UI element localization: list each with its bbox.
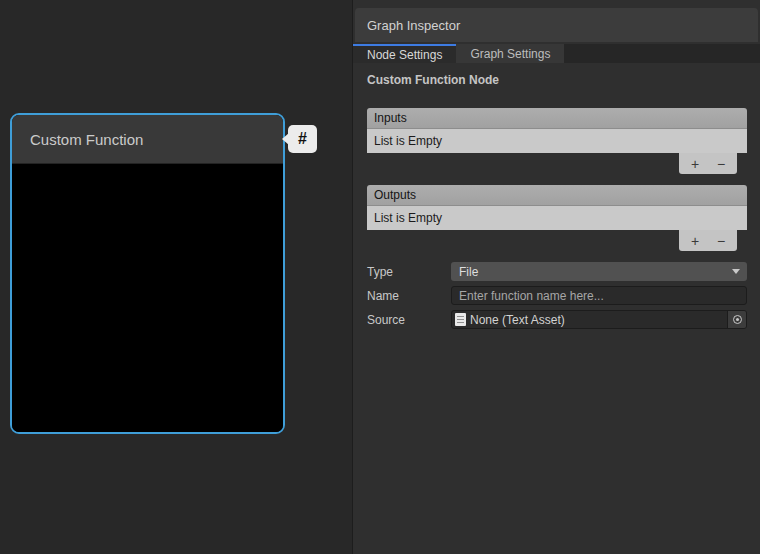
source-object-value: None (Text Asset) [470, 313, 727, 327]
outputs-remove-button[interactable]: − [711, 234, 731, 248]
badge-tail-icon [282, 133, 289, 145]
inputs-list-footer: + − [367, 153, 747, 176]
hash-icon: # [298, 130, 307, 148]
outputs-list-buttons: + − [679, 230, 737, 251]
tab-graph-settings-label: Graph Settings [470, 47, 550, 61]
node-title: Custom Function [30, 131, 143, 148]
type-row: Type File [367, 262, 747, 281]
inputs-list-buttons: + − [679, 153, 737, 174]
object-picker-icon [733, 315, 742, 324]
outputs-list-header[interactable]: Outputs [367, 185, 747, 206]
outputs-list-empty-row: List is Empty [367, 206, 747, 230]
node-title-bar[interactable]: Custom Function [12, 115, 283, 164]
node-preview-body [12, 165, 283, 432]
outputs-list: Outputs List is Empty + − [367, 185, 747, 253]
object-picker-button[interactable] [727, 311, 746, 328]
outputs-list-footer: + − [367, 230, 747, 253]
custom-function-node[interactable]: Custom Function [10, 113, 285, 434]
function-name-input[interactable] [451, 286, 747, 305]
inputs-list-title: Inputs [374, 111, 407, 125]
node-settings-form: Type File Name Source None (Text Asset) [367, 262, 747, 329]
inspector-tabstrip: Node Settings Graph Settings [353, 44, 760, 63]
source-object-field[interactable]: None (Text Asset) [451, 310, 747, 329]
tab-node-settings-label: Node Settings [367, 48, 442, 62]
inputs-list: Inputs List is Empty + − [367, 108, 747, 176]
type-label: Type [367, 265, 451, 279]
inspector-title: Graph Inspector [367, 18, 460, 33]
outputs-empty-label: List is Empty [374, 211, 442, 225]
tab-node-settings[interactable]: Node Settings [353, 44, 456, 63]
graph-inspector-panel: Graph Inspector Node Settings Graph Sett… [352, 0, 760, 554]
tab-graph-settings[interactable]: Graph Settings [456, 44, 564, 63]
node-hash-badge[interactable]: # [288, 125, 317, 153]
type-dropdown-value: File [459, 265, 478, 279]
name-label: Name [367, 289, 451, 303]
inspector-content: Custom Function Node Inputs List is Empt… [353, 73, 760, 329]
outputs-add-button[interactable]: + [685, 234, 705, 248]
inspector-header[interactable]: Graph Inspector [355, 8, 758, 42]
source-label: Source [367, 313, 451, 327]
source-row: Source None (Text Asset) [367, 310, 747, 329]
inputs-list-header[interactable]: Inputs [367, 108, 747, 129]
name-row: Name [367, 286, 747, 305]
type-dropdown[interactable]: File [451, 262, 747, 281]
node-settings-heading: Custom Function Node [367, 73, 747, 87]
text-asset-icon [455, 313, 466, 326]
inputs-remove-button[interactable]: − [711, 157, 731, 171]
inputs-add-button[interactable]: + [685, 157, 705, 171]
outputs-list-title: Outputs [374, 188, 416, 202]
inputs-empty-label: List is Empty [374, 134, 442, 148]
chevron-down-icon [732, 269, 740, 274]
inputs-list-empty-row: List is Empty [367, 129, 747, 153]
